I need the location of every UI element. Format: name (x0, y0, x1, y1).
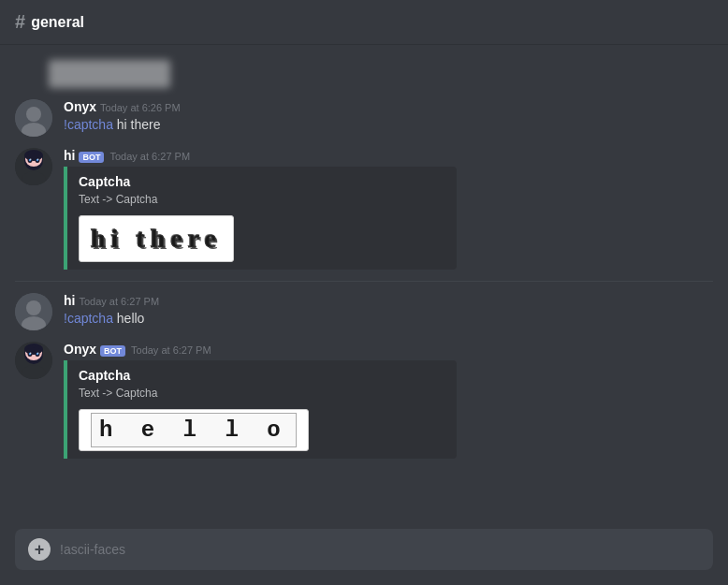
embed-field-label-onyx-2: Text -> Captcha (79, 387, 445, 400)
timestamp-hi-1: Today at 6:26 PM (100, 102, 181, 113)
avatar-hi-2 (15, 293, 52, 330)
message-header-hi-1: Onyx Today at 6:26 PM (64, 99, 713, 114)
embed-onyx-1: Captcha Text -> Captcha hi there (64, 167, 457, 270)
add-icon: + (35, 541, 45, 558)
svg-point-25 (30, 353, 31, 354)
username-hi-1: Onyx (64, 99, 96, 114)
message-content-hi-2: hi Today at 6:27 PM !captcha hello (64, 293, 713, 330)
avatar-onyx-2 (15, 342, 52, 379)
message-header-onyx-1: hi BOT Today at 6:27 PM (64, 148, 713, 163)
embed-title-onyx-1: Captcha (79, 174, 445, 189)
avatar-hi-1 (15, 99, 52, 137)
message-header-hi-2: hi Today at 6:27 PM (64, 293, 713, 308)
embed-onyx-2: Captcha Text -> Captcha h e l l o (64, 360, 457, 459)
message-rest-hi-2: hello (113, 311, 144, 326)
captcha-display-2: h e l l o (91, 413, 297, 447)
svg-point-15 (26, 300, 41, 315)
channel-name: general (31, 14, 84, 31)
divider-1 (15, 281, 713, 282)
command-hi-1: !captcha (64, 117, 113, 132)
bot-badge-onyx-2: BOT (100, 345, 125, 357)
add-button[interactable]: + (28, 538, 51, 561)
bot-badge-onyx-1: BOT (79, 152, 104, 163)
message-text-hi-1: !captcha hi there (64, 116, 713, 135)
svg-point-26 (37, 353, 38, 354)
channel-hash-icon: # (15, 11, 25, 33)
message-input[interactable] (60, 542, 700, 557)
username-hi-2: hi (64, 293, 75, 308)
svg-point-12 (37, 159, 38, 160)
svg-point-11 (30, 159, 31, 160)
captcha-image-1: hi there (79, 215, 234, 262)
messages-container[interactable]: Onyx Today at 6:26 PM !captcha hi there (0, 45, 728, 529)
message-content-onyx-2: Onyx BOT Today at 6:27 PM Captcha Text -… (64, 342, 713, 459)
username-onyx-1: hi (64, 148, 75, 163)
timestamp-onyx-2: Today at 6:27 PM (131, 344, 211, 356)
channel-header: # general (0, 0, 728, 45)
svg-point-1 (26, 107, 41, 122)
message-rest-hi-1: hi there (113, 117, 161, 132)
timestamp-onyx-1: Today at 6:27 PM (109, 151, 190, 162)
redacted-image (49, 60, 170, 88)
message-content-onyx-1: hi BOT Today at 6:27 PM Captcha Text -> … (64, 148, 713, 270)
message-group-hi-2: hi Today at 6:27 PM !captcha hello (0, 289, 728, 334)
timestamp-hi-2: Today at 6:27 PM (79, 296, 159, 307)
message-group-onyx-1: hi BOT Today at 6:27 PM Captcha Text -> … (0, 144, 728, 273)
captcha-image-2: h e l l o (79, 409, 309, 451)
message-header-onyx-2: Onyx BOT Today at 6:27 PM (64, 342, 713, 357)
embed-title-onyx-2: Captcha (79, 368, 445, 383)
command-hi-2: !captcha (64, 311, 113, 326)
embed-field-label-onyx-1: Text -> Captcha (79, 193, 445, 206)
username-onyx-2: Onyx (64, 342, 96, 357)
message-group-hi-1: Onyx Today at 6:26 PM !captcha hi there (0, 95, 728, 140)
message-text-hi-2: !captcha hello (64, 310, 713, 329)
avatar-onyx-1 (15, 148, 52, 185)
captcha-display-1: hi there (91, 224, 222, 253)
message-group-onyx-2: Onyx BOT Today at 6:27 PM Captcha Text -… (0, 338, 728, 462)
message-content-hi-1: Onyx Today at 6:26 PM !captcha hi there (64, 99, 713, 137)
input-bar[interactable]: + (15, 529, 713, 570)
